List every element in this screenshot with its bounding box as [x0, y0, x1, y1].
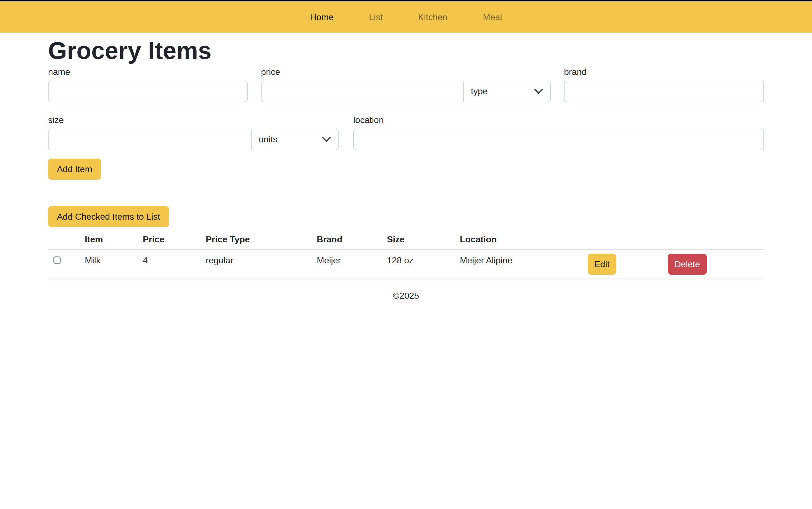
add-item-form: name price type brand size — [48, 65, 764, 180]
page-title: Grocery Items — [48, 36, 764, 65]
location-cell: Meijer Alipine — [460, 249, 580, 279]
column-header-brand: Brand — [317, 229, 387, 249]
footer-copyright: ©2025 — [48, 289, 764, 302]
grocery-list-section: Add Checked Items to List Item Price Pri… — [48, 180, 764, 279]
price-type-field-group: price type — [261, 65, 551, 102]
form-row-2: size units location — [48, 113, 764, 150]
edit-cell: Edit — [580, 249, 624, 279]
name-input[interactable] — [48, 81, 248, 102]
delete-button[interactable]: Delete — [668, 254, 707, 275]
chevron-down-icon — [534, 89, 543, 94]
price-cell: 4 — [143, 249, 206, 279]
add-item-button[interactable]: Add Item — [48, 159, 101, 180]
size-field-group: size units — [48, 113, 339, 150]
table-row: Milk 4 regular Meijer 128 oz Meijer Alip… — [48, 249, 764, 279]
delete-cell: Delete — [624, 249, 764, 279]
main-navbar: Home List Kitchen Meal — [0, 1, 812, 33]
edit-button[interactable]: Edit — [588, 254, 616, 275]
form-row-1: name price type brand — [48, 65, 764, 102]
price-type-input-group: type — [261, 81, 551, 102]
grocery-items-table: Item Price Price Type Brand Size Locatio… — [48, 229, 764, 279]
brand-field-group: brand — [564, 65, 764, 102]
column-header-price-type: Price Type — [206, 229, 317, 249]
type-select-value: type — [471, 86, 487, 96]
size-input[interactable] — [49, 129, 251, 150]
column-header-edit — [580, 229, 624, 249]
location-field-group: location — [353, 113, 764, 150]
chevron-down-icon — [322, 137, 331, 142]
column-header-checkbox — [48, 229, 85, 249]
table-header-row: Item Price Price Type Brand Size Locatio… — [48, 229, 764, 249]
brand-cell: Meijer — [317, 249, 387, 279]
units-select[interactable]: units — [251, 129, 338, 150]
nav-link-kitchen[interactable]: Kitchen — [401, 10, 466, 24]
name-field-group: name — [48, 65, 248, 102]
type-select[interactable]: type — [463, 81, 550, 102]
nav-link-meal[interactable]: Meal — [465, 10, 519, 24]
column-header-size: Size — [387, 229, 460, 249]
size-label: size — [48, 113, 339, 127]
location-label: location — [353, 113, 764, 127]
units-select-value: units — [259, 134, 278, 144]
column-header-location: Location — [460, 229, 580, 249]
column-header-item: Item — [85, 229, 143, 249]
row-checkbox[interactable] — [53, 257, 61, 264]
column-header-delete — [624, 229, 764, 249]
item-cell: Milk — [85, 249, 143, 279]
brand-input[interactable] — [564, 81, 764, 102]
price-type-cell: regular — [206, 249, 317, 279]
size-cell: 128 oz — [387, 249, 460, 279]
location-input[interactable] — [353, 129, 764, 150]
nav-link-list[interactable]: List — [351, 10, 401, 24]
price-input[interactable] — [262, 81, 463, 102]
size-units-input-group: units — [48, 129, 339, 150]
main-container: Grocery Items name price type brand — [41, 36, 771, 302]
name-label: name — [48, 65, 248, 78]
add-checked-items-button[interactable]: Add Checked Items to List — [48, 206, 169, 227]
brand-label: brand — [564, 65, 764, 78]
column-header-price: Price — [143, 229, 206, 249]
row-checkbox-cell — [48, 249, 85, 279]
price-label: price — [261, 65, 551, 78]
nav-link-home[interactable]: Home — [292, 10, 351, 24]
